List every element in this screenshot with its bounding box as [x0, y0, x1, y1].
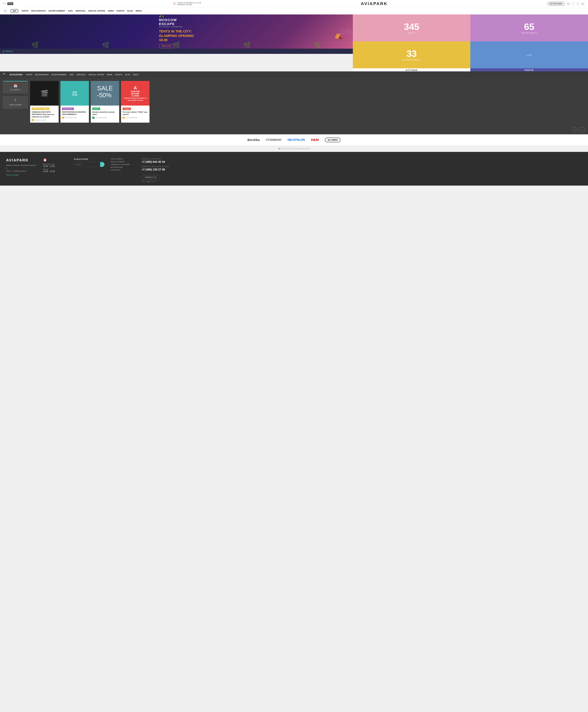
all-shops-button[interactable]: ALL SHOPS	[325, 137, 341, 142]
dot-12[interactable]	[308, 148, 310, 149]
event-card-4[interactable]: A AVIAPARKBECAMECLOSERA MINUTE WALKING D…	[121, 81, 149, 123]
restaurants-number: 65	[524, 22, 534, 32]
sticky-nav-blog[interactable]: BLOG	[125, 74, 130, 76]
carousel-prev-button[interactable]: ‹	[572, 127, 578, 133]
hm-logo[interactable]: H&M	[311, 138, 318, 142]
lang-rus[interactable]: РУС	[3, 3, 7, 5]
dot-11[interactable]	[306, 148, 307, 149]
dot-10[interactable]	[303, 148, 305, 149]
sticky-nav-emoji[interactable]: EMOJI	[133, 74, 139, 76]
dot-3[interactable]	[286, 148, 288, 149]
stat-restaurants[interactable]: 65 RESTAURANTS	[470, 15, 588, 41]
subscribe-label: SUBSCRIBE	[74, 158, 105, 160]
shops-number: 345	[404, 22, 419, 32]
hero-section: · · · · · · · · · · · · · · · · · · · · …	[0, 15, 588, 72]
book-now-button[interactable]: BOOK NOW	[159, 44, 174, 48]
elje-logo: elje	[147, 181, 150, 183]
events-section: 📅 ALL EVENTS 📍 SHOW ON MAP 🎬 KAPO SKY 17…	[0, 78, 588, 126]
stokmann-logo[interactable]: СТОКМАНН	[266, 138, 281, 142]
subscribe-input[interactable]	[74, 162, 100, 167]
dot-0[interactable]	[278, 148, 280, 149]
opened-till: TODAY IS OPENED TILL 22:00	[177, 2, 201, 4]
nav-shops[interactable]: SHOPS	[22, 10, 28, 12]
sticky-nav-entertainment[interactable]: ENTERTAINMENT	[51, 74, 67, 76]
nav-services[interactable]: SERVICES	[76, 10, 85, 12]
stat-photo[interactable]: PHOTO	[470, 68, 588, 72]
dot-8[interactable]	[298, 148, 300, 149]
sticky-nav-shops[interactable]: SHOPS	[26, 74, 32, 76]
instagram-icon[interactable]: ◻	[576, 2, 580, 6]
stat-kids[interactable]: KIDS	[470, 41, 588, 68]
nav-special-offers[interactable]: SPECIAL OFFERS	[88, 10, 105, 12]
entertainment-label: ENTERTAINMENT	[402, 59, 421, 61]
clock-icon: ⏰	[173, 2, 176, 5]
bershka-logo[interactable]: Bershka	[248, 138, 260, 142]
sticky-search-icon[interactable]: 🔍	[3, 73, 6, 76]
carousel-next-button[interactable]: ›	[580, 127, 585, 133]
footer-link-contacts[interactable]: CONTACTS	[111, 169, 135, 171]
search-icon[interactable]: 🔍	[3, 9, 7, 13]
sticky-nav-restaurants[interactable]: RESTAURANTS	[35, 74, 48, 76]
hero-date: 18.08	[159, 38, 194, 42]
footer-links: FOR TENANTS PROCUREMENT CAREER IN AVIAPA…	[111, 158, 135, 183]
hero-next-button[interactable]: ›	[346, 29, 351, 34]
event-card-1[interactable]: 🎬 KAPO SKY 17 Aviapark CINEMA IN KARO WI…	[30, 81, 59, 123]
dot-5[interactable]	[291, 148, 292, 149]
social-icons: VK f ◻ ▶	[566, 2, 585, 6]
footer-link-career[interactable]: CAREER IN AVIAPARK	[111, 164, 135, 165]
sticky-nav-special-offers[interactable]: SPECIAL OFFERS	[88, 74, 104, 76]
nav-news[interactable]: NEWS	[108, 10, 114, 12]
sticky-logo: AVIAPARK	[9, 74, 23, 76]
getting-here-button[interactable]: GETTING HERE	[547, 2, 565, 5]
feedback-label: FEEDBACK AND SUGGESTIONS	[142, 166, 582, 167]
sticky-nav-kids[interactable]: KIDS	[69, 74, 74, 76]
clock-icon-footer: ⏰	[43, 158, 68, 162]
nav-restaurants[interactable]: RESTAURANTS	[31, 10, 46, 12]
event-card-4-image: A AVIAPARKBECAMECLOSERA MINUTE WALKING D…	[121, 81, 149, 105]
footer-link-advertising[interactable]: ADVERTISING	[111, 166, 135, 168]
footer-link-procurement[interactable]: PROCUREMENT	[111, 161, 135, 163]
map-button[interactable]: MAP	[10, 9, 18, 13]
dot-9[interactable]	[301, 148, 302, 149]
actions-label: ACTIONS	[406, 69, 418, 72]
facebook-icon[interactable]: f	[571, 2, 575, 6]
show-on-map-button[interactable]: 📍 SHOW ON MAP	[3, 96, 28, 108]
stat-shops[interactable]: 345 SHOPS	[353, 15, 470, 41]
footer-link-tenants[interactable]: FOR TENANTS	[111, 158, 135, 160]
stat-actions[interactable]: ACTIONS	[353, 68, 470, 72]
kids-label: KIDS	[527, 54, 532, 56]
dot-4[interactable]	[288, 148, 290, 149]
sticky-nav-news[interactable]: NEWS	[107, 74, 112, 76]
weekend-hours-label: Fri-Sat 10:00 - 23:00	[43, 168, 68, 172]
footer-logo: AVIAPARK	[6, 158, 37, 162]
footer: AVIAPARK Address: Moscow, Hodynskiy boul…	[0, 152, 588, 186]
nav-events[interactable]: EVENTS	[117, 10, 124, 12]
dot-2[interactable]	[284, 148, 285, 149]
contact-us-button[interactable]: CONTACT US	[142, 175, 160, 180]
vk-icon[interactable]: VK	[566, 2, 570, 6]
sticky-nav-events[interactable]: EVENTS	[115, 74, 122, 76]
sticky-nav-services[interactable]: SERVICES	[77, 74, 86, 76]
dot-1[interactable]	[281, 148, 282, 149]
footer-terms-link[interactable]: Terms of service	[6, 174, 37, 176]
nav-blog[interactable]: BLOG	[127, 10, 133, 12]
event-card-4-body: Aviapark The metro station "CSKA" was op…	[121, 105, 149, 123]
event-card-2-title: PARTICIPATION IN AVIAPARK PROCUREMENTS	[62, 111, 87, 116]
nav-entertainment[interactable]: ENTERTAINMENT	[48, 10, 65, 12]
nav-emoji[interactable]: EMOJI	[136, 10, 142, 12]
lang-eng[interactable]: ENG	[7, 2, 13, 5]
kidzania-bar[interactable]: ▶ KidZania	[0, 48, 353, 54]
stat-entertainment[interactable]: 33 ENTERTAINMENT	[353, 41, 470, 68]
dot-7[interactable]	[296, 148, 297, 149]
subscribe-form: ›	[74, 162, 105, 167]
youtube-icon[interactable]: ▶	[581, 2, 585, 6]
decathlon-logo[interactable]: DECATHLON	[288, 138, 305, 142]
footer-subscribe: SUBSCRIBE ›	[74, 158, 105, 183]
event-card-2[interactable]: ⚖ Procurements PARTICIPATION IN AVIAPARK…	[60, 81, 89, 123]
dot-6[interactable]	[293, 148, 295, 149]
subscribe-button[interactable]: ›	[100, 162, 104, 167]
event-card-3[interactable]: SALE-50% Ekonika Ekonika started the sum…	[91, 81, 119, 123]
nav-kids[interactable]: KIDS	[68, 10, 73, 12]
event-card-3-body: Ekonika Ekonika started the summer sales…	[91, 105, 119, 123]
all-events-button[interactable]: 📅 ALL EVENTS	[3, 81, 28, 93]
